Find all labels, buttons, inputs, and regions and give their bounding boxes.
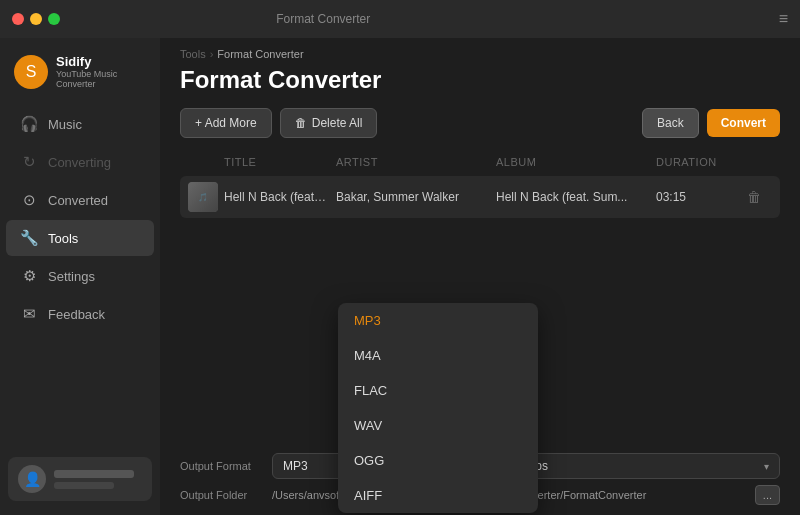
logo-icon: S	[14, 55, 48, 89]
track-duration: 03:15	[656, 190, 736, 204]
col-album: ALBUM	[496, 156, 656, 168]
title-bar-text: Format Converter	[276, 12, 370, 26]
sidebar-item-converted[interactable]: ⊙ Converted	[6, 182, 154, 218]
logo-subtitle: YouTube Music Converter	[56, 69, 146, 89]
table-header: TITLE ARTIST ALBUM DURATION	[180, 150, 780, 174]
user-card[interactable]: 👤	[8, 457, 152, 501]
breadcrumb-parent: Tools	[180, 48, 206, 60]
app-body: S Sidify YouTube Music Converter 🎧 Music…	[0, 38, 800, 515]
col-duration: DURATION	[656, 156, 736, 168]
convert-button[interactable]: Convert	[707, 109, 780, 137]
music-icon: 🎧	[20, 115, 38, 133]
sidebar-logo: S Sidify YouTube Music Converter	[0, 46, 160, 105]
sidebar-item-music[interactable]: 🎧 Music	[6, 106, 154, 142]
dropdown-item-mp3[interactable]: MP3	[338, 303, 538, 338]
format-dropdown[interactable]: MP3 M4A FLAC WAV OGG AIFF	[338, 303, 538, 513]
user-info	[54, 470, 142, 489]
sidebar-item-converting: ↻ Converting	[6, 144, 154, 180]
track-delete-button[interactable]: 🗑	[736, 189, 772, 205]
back-button[interactable]: Back	[642, 108, 699, 138]
sidebar-item-settings[interactable]: ⚙ Settings	[6, 258, 154, 294]
traffic-lights	[12, 13, 60, 25]
sidebar-item-label: Feedback	[48, 307, 105, 322]
delete-all-button[interactable]: 🗑 Delete All	[280, 108, 378, 138]
dropdown-item-ogg[interactable]: OGG	[338, 443, 538, 478]
user-email	[54, 482, 114, 489]
quality-chevron-icon: ▾	[764, 461, 769, 472]
sidebar-item-label: Converting	[48, 155, 111, 170]
page-title: Format Converter	[180, 66, 381, 94]
dropdown-item-wav[interactable]: WAV	[338, 408, 538, 443]
sidebar-nav: 🎧 Music ↻ Converting ⊙ Converted 🔧 Tools…	[0, 105, 160, 447]
page-header: Format Converter	[160, 60, 800, 108]
col-artist: ARTIST	[336, 156, 496, 168]
dropdown-item-aiff[interactable]: AIFF	[338, 478, 538, 513]
maximize-button[interactable]	[48, 13, 60, 25]
converting-icon: ↻	[20, 153, 38, 171]
breadcrumb-current: Format Converter	[217, 48, 303, 60]
settings-icon: ⚙	[20, 267, 38, 285]
toolbar: + Add More 🗑 Delete All Back Convert	[160, 108, 800, 150]
sidebar-item-tools[interactable]: 🔧 Tools	[6, 220, 154, 256]
sidebar-item-label: Converted	[48, 193, 108, 208]
track-album: Hell N Back (feat. Sum...	[496, 190, 656, 204]
title-bar: Format Converter ≡	[0, 0, 800, 38]
folder-browse-button[interactable]: ...	[755, 485, 780, 505]
trash-icon: 🗑	[295, 116, 307, 130]
sidebar: S Sidify YouTube Music Converter 🎧 Music…	[0, 38, 160, 515]
format-value: MP3	[283, 459, 308, 473]
sidebar-item-label: Settings	[48, 269, 95, 284]
sidebar-item-label: Music	[48, 117, 82, 132]
output-format-label: Output Format	[180, 460, 262, 472]
sidebar-bottom: 👤	[0, 447, 160, 515]
breadcrumb: Tools › Format Converter	[160, 38, 800, 60]
logo-title: Sidify	[56, 54, 146, 69]
add-more-button[interactable]: + Add More	[180, 108, 272, 138]
track-artist: Bakar, Summer Walker	[336, 190, 496, 204]
track-title: Hell N Back (feat. Summer Wal...	[224, 190, 336, 204]
converted-icon: ⊙	[20, 191, 38, 209]
table-row: 🎵 Hell N Back (feat. Summer Wal... Bakar…	[180, 176, 780, 218]
dropdown-item-m4a[interactable]: M4A	[338, 338, 538, 373]
breadcrumb-separator: ›	[210, 48, 214, 60]
dropdown-item-flac[interactable]: FLAC	[338, 373, 538, 408]
output-folder-label: Output Folder	[180, 489, 262, 501]
main-content: Tools › Format Converter Format Converte…	[160, 38, 800, 515]
col-title: TITLE	[224, 156, 336, 168]
track-thumbnail: 🎵	[188, 182, 218, 212]
user-avatar: 👤	[18, 465, 46, 493]
feedback-icon: ✉	[20, 305, 38, 323]
minimize-button[interactable]	[30, 13, 42, 25]
menu-icon[interactable]: ≡	[779, 10, 788, 28]
sidebar-item-label: Tools	[48, 231, 78, 246]
sidebar-item-feedback[interactable]: ✉ Feedback	[6, 296, 154, 332]
tools-icon: 🔧	[20, 229, 38, 247]
user-name	[54, 470, 134, 478]
close-button[interactable]	[12, 13, 24, 25]
